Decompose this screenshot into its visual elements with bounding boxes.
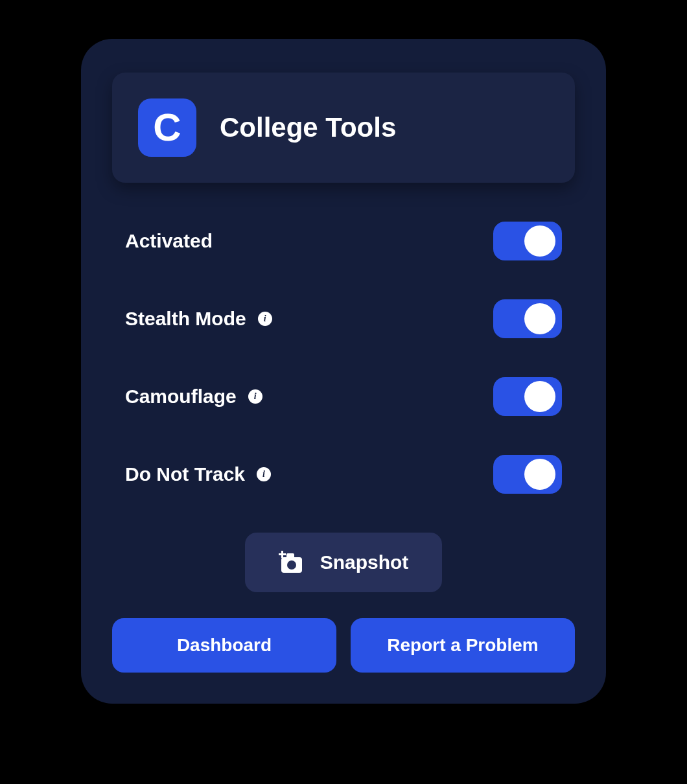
toggle-stealth-mode[interactable] [493,299,562,338]
toggle-knob [524,303,555,334]
setting-label: Do Not Track [125,463,245,485]
setting-row-stealth-mode: Stealth Mode i [125,299,562,338]
info-icon[interactable]: i [258,312,272,326]
setting-label: Stealth Mode [125,308,246,330]
report-problem-button[interactable]: Report a Problem [351,618,575,673]
snapshot-button[interactable]: Snapshot [245,533,443,592]
info-icon[interactable]: i [257,467,271,481]
setting-row-activated: Activated [125,222,562,260]
toggle-do-not-track[interactable] [493,455,562,494]
toggle-knob [524,225,555,257]
setting-label-wrap: Camouflage i [125,386,262,408]
main-panel: C College Tools Activated Stealth Mode i… [81,39,606,704]
toggle-activated[interactable] [493,222,562,260]
toggle-knob [524,381,555,412]
app-header: C College Tools [112,73,575,183]
report-problem-button-label: Report a Problem [387,635,538,655]
setting-label-wrap: Stealth Mode i [125,308,272,330]
setting-label: Camouflage [125,386,237,408]
camera-plus-icon [279,549,305,575]
dashboard-button[interactable]: Dashboard [112,618,336,673]
setting-label: Activated [125,230,213,252]
svg-point-2 [287,560,296,570]
setting-label-wrap: Do Not Track i [125,463,271,485]
svg-rect-1 [286,553,294,559]
snapshot-label: Snapshot [320,551,409,573]
app-logo: C [138,98,196,157]
app-title: College Tools [220,112,396,143]
logo-letter: C [153,108,181,147]
toggle-camouflage[interactable] [493,377,562,416]
snapshot-wrap: Snapshot [112,533,575,592]
toggle-knob [524,459,555,490]
setting-label-wrap: Activated [125,230,213,252]
info-icon[interactable]: i [248,389,262,404]
setting-row-camouflage: Camouflage i [125,377,562,416]
svg-rect-4 [279,553,286,555]
settings-list: Activated Stealth Mode i Camouflage i [112,222,575,494]
dashboard-button-label: Dashboard [177,635,272,655]
action-buttons-row: Dashboard Report a Problem [112,618,575,673]
setting-row-do-not-track: Do Not Track i [125,455,562,494]
